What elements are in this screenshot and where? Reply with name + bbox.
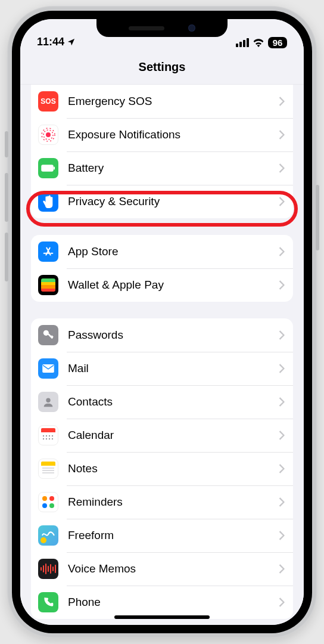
row-freeform[interactable]: Freeform [31, 519, 293, 552]
voice-memos-icon [38, 559, 58, 579]
chevron-right-icon [279, 497, 285, 507]
silent-switch [5, 131, 8, 157]
notch [96, 19, 228, 37]
svg-point-9 [46, 398, 50, 402]
chevron-right-icon [279, 431, 285, 440]
row-label: Battery [68, 162, 279, 175]
chevron-right-icon [279, 464, 285, 473]
chevron-right-icon [279, 280, 285, 290]
mail-icon [38, 358, 58, 379]
row-label: App Store [68, 245, 279, 258]
phone-frame: 11:44 96 Settings SOS [7, 6, 317, 638]
row-label: Emergency SOS [68, 95, 279, 108]
row-emergency-sos[interactable]: SOS Emergency SOS [31, 85, 293, 118]
chevron-right-icon [279, 364, 285, 373]
hand-privacy-icon [38, 191, 58, 212]
svg-point-5 [43, 330, 49, 336]
row-battery[interactable]: Battery [31, 151, 293, 185]
row-label: Passwords [68, 329, 279, 342]
notes-icon [38, 459, 58, 479]
svg-point-15 [46, 438, 47, 439]
screen: 11:44 96 Settings SOS [20, 19, 304, 625]
svg-point-0 [46, 132, 51, 137]
svg-point-13 [52, 435, 53, 436]
home-indicator[interactable] [114, 615, 210, 619]
row-notes[interactable]: Notes [31, 452, 293, 485]
svg-rect-3 [42, 165, 53, 171]
svg-point-14 [43, 438, 44, 439]
row-label: Calendar [68, 429, 279, 442]
row-label: Notes [68, 462, 279, 475]
chevron-right-icon [279, 397, 285, 407]
exposure-icon [38, 125, 58, 145]
cellular-signal-icon [236, 38, 249, 47]
row-label: Contacts [68, 395, 279, 408]
volume-up-button [5, 173, 8, 222]
chevron-right-icon [279, 330, 285, 340]
row-contacts[interactable]: Contacts [31, 385, 293, 419]
svg-point-10 [43, 435, 44, 436]
svg-point-17 [52, 438, 53, 439]
row-voice-memos[interactable]: Voice Memos [31, 552, 293, 586]
row-calendar[interactable]: Calendar [31, 419, 293, 452]
row-label: Mail [68, 362, 279, 375]
reminders-icon [38, 492, 58, 512]
row-app-store[interactable]: App Store [31, 235, 293, 268]
chevron-right-icon [279, 130, 285, 140]
row-label: Exposure Notifications [68, 128, 279, 141]
settings-group-apps: Passwords Mail Contacts [31, 318, 293, 619]
row-label: Privacy & Security [68, 195, 279, 208]
row-exposure-notifications[interactable]: Exposure Notifications [31, 118, 293, 151]
battery-icon [38, 158, 58, 178]
nav-title: Settings [20, 50, 304, 85]
calendar-icon [38, 425, 58, 445]
row-mail[interactable]: Mail [31, 352, 293, 385]
chevron-right-icon [279, 97, 285, 106]
contacts-icon [38, 392, 58, 412]
svg-point-12 [49, 435, 50, 436]
settings-list[interactable]: SOS Emergency SOS Exposure Notifications [20, 85, 304, 625]
status-time: 11:44 [37, 36, 64, 48]
chevron-right-icon [279, 197, 285, 206]
settings-group-store: App Store Wallet & Apple Pay [31, 235, 293, 302]
svg-rect-4 [54, 167, 55, 170]
row-passwords[interactable]: Passwords [31, 318, 293, 352]
svg-point-11 [46, 435, 47, 436]
row-label: Phone [68, 596, 279, 609]
app-store-icon [38, 242, 58, 262]
svg-point-16 [49, 438, 50, 439]
row-label: Voice Memos [68, 562, 279, 575]
freeform-icon [38, 525, 58, 546]
key-icon [38, 325, 58, 345]
chevron-right-icon [279, 597, 285, 607]
wallet-icon [38, 275, 58, 295]
row-wallet-apple-pay[interactable]: Wallet & Apple Pay [31, 268, 293, 302]
power-button [316, 185, 319, 250]
row-label: Reminders [68, 496, 279, 509]
settings-group-privacy: SOS Emergency SOS Exposure Notifications [31, 85, 293, 218]
row-label: Freeform [68, 529, 279, 542]
chevron-right-icon [279, 564, 285, 574]
row-phone[interactable]: Phone [31, 586, 293, 619]
sos-icon: SOS [38, 91, 58, 112]
chevron-right-icon [279, 163, 285, 173]
row-privacy-security[interactable]: Privacy & Security [31, 185, 293, 218]
chevron-right-icon [279, 247, 285, 256]
wifi-icon [253, 38, 264, 47]
volume-down-button [5, 233, 8, 281]
phone-icon [38, 592, 58, 612]
row-reminders[interactable]: Reminders [31, 485, 293, 519]
location-icon [67, 38, 76, 47]
chevron-right-icon [279, 531, 285, 540]
row-label: Wallet & Apple Pay [68, 278, 279, 292]
battery-level: 96 [268, 37, 287, 48]
svg-rect-8 [42, 364, 54, 373]
